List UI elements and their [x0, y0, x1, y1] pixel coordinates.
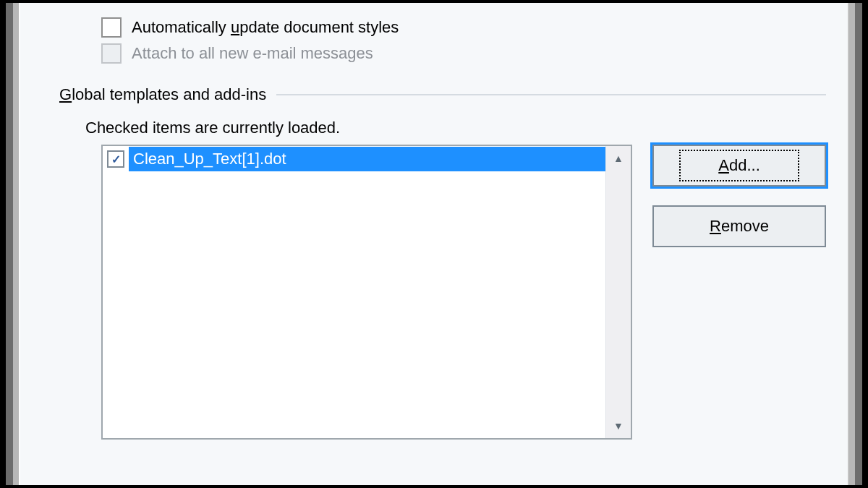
checkbox-auto-update-styles[interactable]: Automatically update document styles [101, 17, 826, 38]
checkbox-icon[interactable]: ✓ [107, 150, 124, 168]
checkbox-icon [101, 17, 122, 38]
scrollbar[interactable]: ▲ ▼ [605, 146, 631, 438]
addins-listbox[interactable]: ✓ Clean_Up_Text[1].dot ▲ ▼ [101, 145, 632, 440]
remove-button[interactable]: Remove [652, 205, 826, 247]
group-global-templates: Global templates and add-ins [59, 85, 826, 104]
add-button[interactable]: Add... [652, 145, 826, 187]
group-subcaption: Checked items are currently loaded. [85, 119, 826, 137]
list-item-label: Clean_Up_Text[1].dot [129, 147, 606, 171]
checkmark-icon: ✓ [111, 153, 121, 166]
checkbox-attach-email: Attach to all new e-mail messages [101, 43, 826, 64]
list-item[interactable]: ✓ Clean_Up_Text[1].dot [103, 146, 606, 172]
dialog-body: Automatically update document styles Att… [19, 3, 849, 485]
scroll-down-icon[interactable]: ▼ [606, 414, 631, 438]
checkbox-icon [101, 43, 122, 64]
checkbox-label: Attach to all new e-mail messages [132, 44, 373, 63]
divider [276, 94, 826, 95]
group-title: Global templates and add-ins [59, 85, 266, 104]
checkbox-label: Automatically update document styles [132, 18, 399, 37]
scroll-up-icon[interactable]: ▲ [606, 146, 631, 171]
